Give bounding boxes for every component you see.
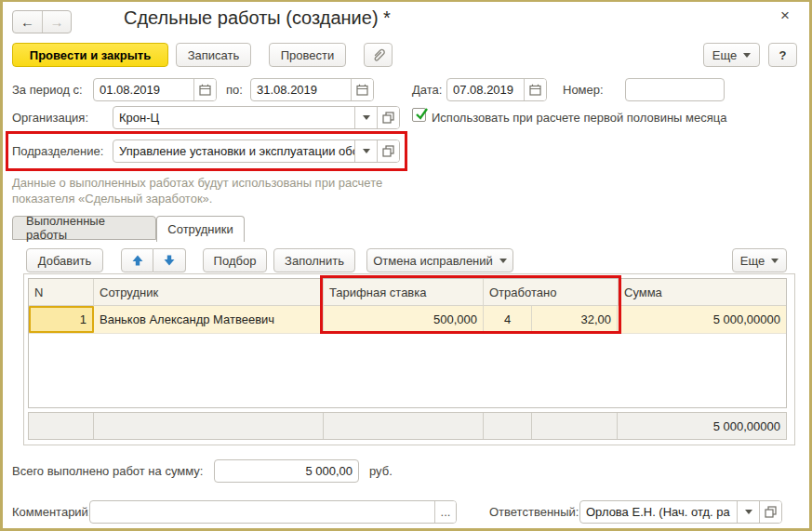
more-button-label: Еще xyxy=(740,254,765,268)
organization-open-button[interactable] xyxy=(377,107,399,128)
tab-employees[interactable]: Сотрудники xyxy=(156,216,245,242)
attachments-button[interactable] xyxy=(364,43,393,67)
help-button[interactable]: ? xyxy=(768,43,797,67)
chevron-down-icon xyxy=(363,115,370,120)
organization-field[interactable]: Крон-Ц xyxy=(113,106,400,129)
period-to-label: по: xyxy=(226,83,243,97)
number-value xyxy=(626,79,724,100)
date-value: 07.08.2019 xyxy=(447,79,524,100)
total-amount-field[interactable]: 5 000,00 xyxy=(214,459,359,483)
hint-text-line2: показателя «Сдельный заработок». xyxy=(12,192,212,206)
fill-button[interactable]: Заполнить xyxy=(273,248,355,272)
add-row-button[interactable]: Добавить xyxy=(26,248,103,272)
period-from-label: За период с: xyxy=(12,83,83,97)
total-amount-label: Всего выполнено работ на сумму: xyxy=(12,464,203,478)
totals-empty xyxy=(324,413,484,439)
period-to-value: 31.08.2019 xyxy=(251,79,351,100)
forward-button[interactable]: → xyxy=(42,11,71,33)
period-to-field[interactable]: 31.08.2019 xyxy=(250,78,374,101)
open-in-window-icon xyxy=(382,112,394,124)
arrow-down-icon xyxy=(163,254,176,267)
hint-text-line1: Данные о выполненных работах будут испол… xyxy=(12,176,382,190)
undo-corrections-button[interactable]: Отмена исправлений xyxy=(366,248,513,272)
period-from-value: 01.08.2019 xyxy=(94,79,193,100)
organization-label: Организация: xyxy=(12,111,88,125)
more-button-table[interactable]: Еще xyxy=(732,248,787,272)
responsible-field[interactable]: Орлова Е.Н. (Нач. отд. ра xyxy=(579,500,782,524)
back-button[interactable]: ← xyxy=(13,11,42,33)
back-arrow-icon: ← xyxy=(20,14,34,30)
chevron-down-icon xyxy=(745,510,752,514)
pick-button[interactable]: Подбор xyxy=(203,248,267,272)
calendar-icon xyxy=(199,84,211,96)
move-up-button[interactable] xyxy=(121,248,153,272)
calendar-icon xyxy=(356,84,368,96)
annotation-highlight-department xyxy=(6,131,407,171)
more-button-top[interactable]: Еще xyxy=(703,43,760,67)
totals-empty xyxy=(532,413,618,439)
cell-n-selected[interactable]: 1 xyxy=(29,306,94,333)
tab-performed-works[interactable]: Выполненные работы xyxy=(12,216,156,240)
responsible-label: Ответственный: xyxy=(489,505,579,519)
paperclip-icon xyxy=(371,47,386,62)
forward-arrow-icon: → xyxy=(50,14,64,30)
write-button[interactable]: Записать xyxy=(176,43,251,67)
nav-history-group: ← → xyxy=(12,10,72,33)
totals-sum: 5 000,00000 xyxy=(618,413,786,439)
move-row-group xyxy=(121,248,186,272)
totals-empty xyxy=(29,413,94,439)
number-field[interactable] xyxy=(625,78,725,101)
date-label: Дата: xyxy=(412,83,442,97)
first-half-checkbox[interactable] xyxy=(412,108,426,122)
cell-employee[interactable]: Ваньков Александр Матвеевич xyxy=(94,306,324,333)
organization-dropdown-button[interactable] xyxy=(354,107,377,128)
calendar-button[interactable] xyxy=(193,79,216,100)
header-employee[interactable]: Сотрудник xyxy=(94,279,324,305)
header-sum[interactable]: Сумма xyxy=(619,279,786,305)
currency-label: руб. xyxy=(369,464,393,478)
check-icon xyxy=(414,106,430,122)
calendar-button[interactable] xyxy=(351,79,373,100)
post-button[interactable]: Провести xyxy=(269,43,346,67)
undo-corrections-label: Отмена исправлений xyxy=(373,254,493,268)
table-totals-row: 5 000,00000 xyxy=(28,412,787,440)
comment-ellipsis-button[interactable]: ... xyxy=(434,501,456,523)
chevron-down-icon xyxy=(499,259,507,263)
comment-label: Комментарий: xyxy=(12,505,92,519)
page-title: Сдельные работы (создание) * xyxy=(124,7,391,29)
totals-empty xyxy=(484,413,532,439)
calendar-button[interactable] xyxy=(524,79,546,100)
move-down-button[interactable] xyxy=(153,248,186,272)
calendar-icon xyxy=(529,84,541,96)
chevron-down-icon xyxy=(771,259,779,263)
first-half-checkbox-label[interactable]: Использовать при расчете первой половины… xyxy=(432,111,726,125)
comment-value xyxy=(90,501,434,523)
more-button-label: Еще xyxy=(712,48,737,62)
organization-value: Крон-Ц xyxy=(113,107,354,128)
annotation-highlight-rate-worked xyxy=(320,275,621,334)
document-window: ← → Сдельные работы (создание) * × Прове… xyxy=(0,0,812,531)
chevron-down-icon xyxy=(743,53,751,58)
post-and-close-button[interactable]: Провести и закрыть xyxy=(12,43,168,67)
total-amount-value: 5 000,00 xyxy=(215,460,358,482)
number-label: Номер: xyxy=(563,83,604,97)
date-field[interactable]: 07.08.2019 xyxy=(446,78,547,101)
period-from-field[interactable]: 01.08.2019 xyxy=(93,78,217,101)
arrow-up-icon xyxy=(131,254,144,267)
close-icon[interactable]: × xyxy=(780,7,790,24)
cell-sum[interactable]: 5 000,00000 xyxy=(618,306,786,333)
header-n[interactable]: N xyxy=(29,279,94,305)
responsible-dropdown-button[interactable] xyxy=(737,501,759,523)
responsible-value: Орлова Е.Н. (Нач. отд. ра xyxy=(580,501,737,523)
comment-field[interactable]: ... xyxy=(89,500,457,524)
responsible-open-button[interactable] xyxy=(759,501,781,523)
open-in-window-icon xyxy=(765,506,777,518)
totals-empty xyxy=(94,413,324,439)
